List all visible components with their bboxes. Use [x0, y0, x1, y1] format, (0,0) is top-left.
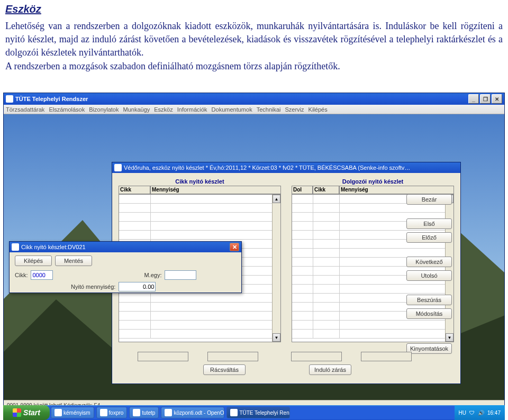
beszuras-button[interactable]: Beszúrás — [406, 295, 452, 305]
tray-icon[interactable]: 🛡 — [469, 410, 475, 416]
col-header-cikk[interactable]: Cikk — [119, 186, 150, 194]
col-header-mennyiseg[interactable]: Mennyiség — [150, 186, 281, 194]
menu-item[interactable]: Dokumentumok — [212, 106, 252, 113]
app-icon — [55, 409, 62, 416]
megy-label: M.egy: — [144, 272, 161, 278]
main-dialog-titlebar[interactable]: Védőruha, eszköz nyitó készlet * Év,hó:2… — [112, 162, 460, 173]
kilepes-button[interactable]: Kilépés — [15, 255, 52, 266]
app-icon — [133, 409, 140, 416]
taskbar-item[interactable]: kéményism — [51, 407, 94, 418]
doc-section-title: Eszköz — [5, 3, 503, 15]
cikk-label: Cikk: — [15, 272, 28, 278]
footer-blank-2 — [207, 352, 258, 361]
app-window: TÜTE Telephelyi Rendszer _ ❐ ✕ Törzsadat… — [3, 93, 505, 410]
mentes-button[interactable]: Mentés — [55, 255, 92, 266]
doc-paragraph-2: A rendszerben a mozgások szabadon defini… — [5, 60, 503, 73]
indulozaras-button[interactable]: Induló zárás — [309, 364, 351, 375]
child-dialog-title: Cikk nyitó készlet:DV021 — [21, 244, 86, 250]
kovetkezo-button[interactable]: Következő — [406, 257, 452, 267]
child-dialog: Cikk nyitó készlet:DV021 ✕ Kilépés Menté… — [9, 241, 242, 293]
scrollbar[interactable]: ▲ ▼ — [272, 195, 280, 342]
system-tray[interactable]: HU 🛡 🔊 16:47 — [455, 405, 505, 420]
modositas-button[interactable]: Módosítás — [406, 308, 452, 319]
menu-item[interactable]: Kilépés — [309, 106, 328, 113]
footer-blank-1 — [138, 352, 188, 361]
taskbar-item-active[interactable]: TÜTE Telephelyi Rend… — [226, 407, 290, 418]
footer-blank-3 — [291, 352, 342, 361]
megy-field[interactable] — [165, 270, 196, 280]
racsvaltas-button[interactable]: Rácsváltás — [203, 364, 246, 375]
doc-paragraph-1: Lehetőség van a rendszerben a dolgozókna… — [5, 20, 503, 60]
elso-button[interactable]: Első — [406, 218, 452, 229]
elozo-button[interactable]: Előző — [406, 232, 452, 243]
tray-icon[interactable]: 🔊 — [478, 410, 484, 416]
app-body: Védőruha, eszköz nyitó készlet * Év,hó:2… — [4, 114, 504, 410]
scroll-up-icon[interactable]: ▲ — [273, 195, 280, 203]
bezar-button[interactable]: Bezár — [406, 194, 452, 205]
nyito-field[interactable] — [119, 282, 156, 291]
app-icon — [6, 95, 13, 103]
taskbar-item[interactable]: tutetp — [129, 407, 159, 418]
kinyomtatasok-button[interactable]: Kinyomtatások — [406, 343, 452, 354]
menu-item[interactable]: Elszámolások — [49, 106, 85, 113]
dialog-icon — [12, 243, 19, 251]
menu-item[interactable]: Eszköz — [154, 106, 173, 113]
right-section-title: Dolgozói nyitó készlet — [292, 178, 454, 185]
menu-item[interactable]: Információk — [177, 106, 207, 113]
clock[interactable]: 16:47 — [487, 410, 501, 416]
restore-button[interactable]: ❐ — [480, 94, 491, 104]
app-icon — [165, 409, 172, 416]
menu-item[interactable]: Szerviz — [285, 106, 304, 113]
col-header-cikk2[interactable]: Cikk — [313, 186, 339, 194]
taskbar-item[interactable]: központi.odt - OpenO… — [161, 407, 224, 418]
menu-item[interactable]: Bizonylatok — [89, 106, 119, 113]
utolso-button[interactable]: Utolsó — [406, 270, 452, 281]
close-button[interactable]: ✕ — [492, 94, 502, 104]
left-section-title: Cikk nyitó készlet — [119, 178, 281, 185]
app-menubar: Törzsadattárak Elszámolások Bizonylatok … — [4, 105, 504, 114]
cikk-field[interactable]: 0000 — [31, 270, 53, 280]
nyito-label: Nyitó mennyiség: — [71, 284, 115, 290]
col-header-mennyiseg2[interactable]: Mennyiség — [339, 186, 454, 194]
footer-blank-4 — [361, 352, 412, 361]
close-icon[interactable]: ✕ — [230, 243, 239, 251]
app-titlebar: TÜTE Telephelyi Rendszer _ ❐ ✕ — [4, 93, 504, 105]
main-dialog-title: Védőruha, eszköz nyitó készlet * Év,hó:2… — [124, 165, 410, 171]
taskbar: Start kéményism foxpro tutetp központi.o… — [3, 405, 505, 420]
app-icon — [100, 409, 107, 416]
minimize-button[interactable]: _ — [468, 94, 479, 104]
windows-logo-icon — [13, 408, 21, 417]
taskbar-item[interactable]: foxpro — [96, 407, 128, 418]
child-dialog-titlebar[interactable]: Cikk nyitó készlet:DV021 ✕ — [10, 242, 241, 252]
menu-item[interactable]: Törzsadattárak — [6, 106, 44, 113]
menu-item[interactable]: Technikai — [257, 106, 281, 113]
app-title: TÜTE Telephelyi Rendszer — [15, 96, 88, 102]
app-icon — [230, 409, 238, 416]
menu-item[interactable]: Munkaügy — [123, 106, 150, 113]
col-header-dol[interactable]: Dol — [292, 186, 313, 194]
dialog-icon — [114, 164, 122, 171]
start-button[interactable]: Start — [3, 405, 50, 420]
scroll-down-icon[interactable]: ▼ — [273, 333, 280, 342]
lang-indicator[interactable]: HU — [459, 410, 466, 416]
